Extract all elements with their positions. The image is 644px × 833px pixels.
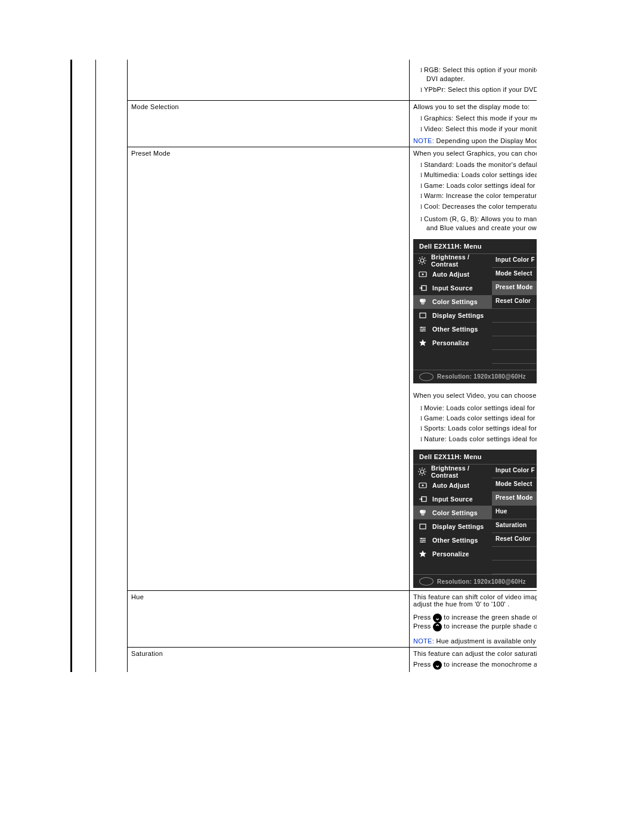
osd-submenu-item[interactable]: Input Color F <box>492 254 537 268</box>
osd-resolution: Resolution: 1920x1080@60Hz <box>413 370 537 383</box>
sun-icon <box>418 467 426 476</box>
svg-point-43 <box>422 541 423 543</box>
osd-menu-label: Personalize <box>432 550 469 558</box>
star-icon <box>418 339 428 347</box>
osd-menu-label: Input Source <box>432 284 473 292</box>
osd-resolution: Resolution: 1920x1080@60Hz <box>413 574 537 588</box>
osd-menu-item[interactable]: Brightness / Contrast <box>413 254 492 268</box>
osd-menu-label: Other Settings <box>432 537 478 544</box>
osd-menu-label: Color Settings <box>432 509 478 516</box>
svg-line-29 <box>419 473 420 475</box>
target-icon <box>418 270 428 278</box>
palette-icon <box>418 298 428 306</box>
text: Standard: Loads the monitor's default <box>426 160 533 169</box>
text: Custom (R, G, B): Allows you to manuand … <box>426 215 533 233</box>
up-button-icon: ⌃ <box>433 623 442 631</box>
osd-submenu-item <box>492 561 537 574</box>
text: YPbPr: Select this option if your DVD p <box>426 85 533 94</box>
osd-menu-item[interactable]: Personalize <box>413 336 492 350</box>
text: Graphics: Select this mode if your mon <box>426 114 533 123</box>
osd-menu-label: Auto Adjust <box>432 482 469 489</box>
input-icon <box>418 495 428 503</box>
osd-menu-label: Brightness / Contrast <box>431 465 487 479</box>
target-icon <box>418 481 428 490</box>
note-text: NOTE: Hue adjustment is available only f… <box>413 637 533 645</box>
svg-point-36 <box>421 512 425 516</box>
svg-point-42 <box>423 540 425 541</box>
osd-submenu-item[interactable]: Reset Color <box>492 295 537 309</box>
text: Movie: Loads color settings ideal for m <box>426 404 533 413</box>
label-hue: Hue <box>128 591 410 648</box>
osd-submenu-item <box>492 547 537 561</box>
osd-menu-item[interactable]: Color Settings <box>413 506 492 519</box>
osd-menu-item[interactable]: Other Settings <box>413 323 492 336</box>
svg-line-28 <box>425 473 426 475</box>
svg-point-20 <box>423 329 425 330</box>
svg-point-14 <box>421 301 425 305</box>
osd-submenu-item[interactable]: Preset Mode <box>492 281 537 295</box>
osd-submenu-item[interactable]: Input Color F <box>492 465 537 478</box>
text: Game: Loads color settings ideal for ga <box>426 414 533 423</box>
osd-submenu-item[interactable]: Mode Select <box>492 478 537 492</box>
text: Press ⌃ to increase the purple shade of … <box>413 623 533 631</box>
osd-title: Dell E2X11H: Menu <box>413 450 537 465</box>
osd-menu-item[interactable]: Auto Adjust <box>413 478 492 492</box>
osd-submenu-item[interactable]: Preset Mode <box>492 492 537 506</box>
osd-menu-item[interactable]: Color Settings <box>413 295 492 309</box>
osd-menu-item[interactable]: Input Source <box>413 492 492 506</box>
spec-table: RGB: Select this option if your monitorD… <box>95 60 537 672</box>
label-mode-selection: Mode Selection <box>128 101 410 147</box>
svg-line-5 <box>419 258 420 259</box>
osd-menu-label: Auto Adjust <box>432 271 469 278</box>
down-button-icon: ⌄ <box>433 661 442 670</box>
text: Multimedia: Loads color settings ideal <box>426 171 533 179</box>
osd-submenu-item <box>492 336 537 350</box>
svg-line-30 <box>425 469 426 470</box>
svg-point-41 <box>421 538 422 539</box>
text: Allows you to set the display mode to: <box>413 103 533 110</box>
osd-menu-item[interactable]: Display Settings <box>413 309 492 323</box>
down-button-icon: ⌄ <box>433 614 442 623</box>
text: adjust the hue from '0' to '100' . <box>413 600 533 608</box>
osd-menu-label: Color Settings <box>432 298 478 305</box>
sun-icon <box>418 256 426 265</box>
osd-submenu-item[interactable]: Saturation <box>492 519 537 533</box>
svg-point-32 <box>422 484 424 486</box>
osd-menu-video: Dell E2X11H: Menu Brightness / ContrastA… <box>413 450 537 588</box>
text: When you select Graphics, you can choose… <box>413 150 533 157</box>
osd-menu-label: Personalize <box>432 339 469 346</box>
svg-line-7 <box>419 263 420 264</box>
star-icon <box>418 550 428 558</box>
sliders-icon <box>418 325 428 333</box>
text: Warm: Increase the color temperature <box>426 191 533 200</box>
svg-line-8 <box>425 258 426 259</box>
svg-line-6 <box>425 263 426 264</box>
osd-menu-item[interactable]: Brightness / Contrast <box>413 465 492 478</box>
osd-submenu-item <box>492 350 537 364</box>
osd-submenu-item[interactable]: Mode Select <box>492 268 537 281</box>
palette-icon <box>418 509 428 517</box>
svg-line-27 <box>419 469 420 470</box>
osd-submenu-item <box>492 309 537 323</box>
osd-menu-item[interactable]: Input Source <box>413 281 492 295</box>
osd-menu-item[interactable]: Personalize <box>413 547 492 561</box>
svg-rect-37 <box>420 524 426 529</box>
text: Nature: Loads color settings ideal for n <box>426 435 533 444</box>
osd-title: Dell E2X11H: Menu <box>413 239 537 254</box>
vertical-divider <box>70 60 72 672</box>
text: Press ⌄ to increase the green shade of t… <box>413 614 533 623</box>
osd-submenu-item[interactable]: Reset Color <box>492 533 537 547</box>
osd-menu-item[interactable]: Other Settings <box>413 533 492 547</box>
osd-menu-item[interactable]: Auto Adjust <box>413 268 492 281</box>
svg-rect-15 <box>420 313 426 318</box>
osd-menu-item[interactable]: Display Settings <box>413 519 492 533</box>
note-text: NOTE: Depending upon the Display Mode yo… <box>413 137 533 144</box>
text: RGB: Select this option if your monitorD… <box>426 66 533 84</box>
osd-submenu-item <box>492 323 537 336</box>
osd-menu-label: Display Settings <box>432 312 484 319</box>
svg-point-21 <box>422 330 423 332</box>
osd-menu-label: Input Source <box>432 496 473 503</box>
osd-menu-graphics: Dell E2X11H: Menu Brightness / ContrastA… <box>413 239 537 383</box>
text: This feature can adjust the color satura… <box>413 650 533 657</box>
osd-submenu-item[interactable]: Hue <box>492 506 537 519</box>
